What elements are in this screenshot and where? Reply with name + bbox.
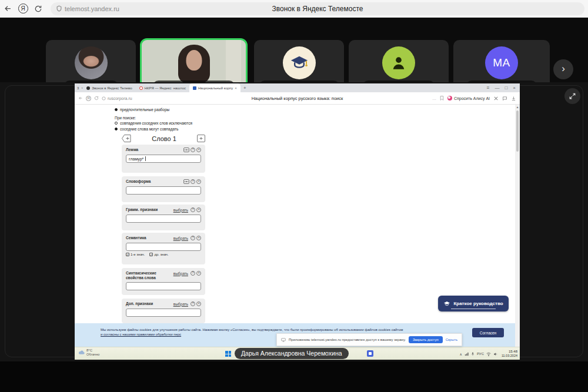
field-card-lemma: Лемма ? × гламур* xyxy=(122,145,205,173)
help-icon[interactable]: ? xyxy=(191,148,195,152)
lemma-input[interactable]: гламур* xyxy=(126,155,201,163)
screen-access-notice: Приложению telemost.yandex.ru предоставл… xyxy=(276,333,462,346)
system-tray[interactable]: ∧ РУС xyxy=(460,347,497,360)
address-bar[interactable]: telemost.yandex.ru Звонок в Яндекс Телем… xyxy=(51,2,584,15)
telemost-favicon xyxy=(86,86,90,90)
avatar xyxy=(283,46,316,79)
more-icon[interactable]: … xyxy=(432,96,436,100)
text-caret xyxy=(145,156,146,161)
clear-icon[interactable]: × xyxy=(196,148,201,152)
tab-telemost[interactable]: Звонок в Яндекс Телемо xyxy=(83,83,136,92)
ruscorpora-favicon xyxy=(193,86,196,90)
hide-notice-link[interactable]: Скрыть xyxy=(446,338,457,341)
notice-text: Приложению telemost.yandex.ru предоставл… xyxy=(289,338,406,341)
refresh-icon[interactable] xyxy=(31,5,46,13)
alice-button[interactable]: Спросить Алису AI xyxy=(447,96,490,100)
tray-chevron-icon[interactable]: ∧ xyxy=(460,352,462,356)
grammar-input[interactable] xyxy=(126,215,201,223)
quick-guide-button[interactable]: Краткое руководство xyxy=(438,296,509,311)
search-options: предпочтительные разборы При поиске: сов… xyxy=(115,107,192,132)
taskbar-weather[interactable]: 8°CОблачно xyxy=(78,349,99,356)
extension-icon[interactable] xyxy=(493,96,499,101)
keyboard-icon[interactable] xyxy=(183,179,189,184)
help-icon[interactable]: ? xyxy=(191,236,195,240)
wordform-input[interactable] xyxy=(126,186,201,195)
scrollbar-thumb[interactable] xyxy=(516,110,519,152)
radio-icon xyxy=(115,128,118,130)
checkbox-first-meaning[interactable]: ✓1-е знач. xyxy=(126,253,145,256)
add-word-right-icon[interactable] xyxy=(197,135,205,142)
graduation-cap-icon xyxy=(289,53,309,73)
tab-counter[interactable]: 3 xyxy=(75,86,81,90)
clear-icon[interactable]: × xyxy=(196,271,201,276)
shared-address-bar: Я ruscorpora.ru Национальный корпус русс… xyxy=(75,92,520,105)
taskbar-clock[interactable]: 15:48 11.03.2024 xyxy=(502,350,517,357)
menu-icon[interactable]: ≡ xyxy=(487,85,490,91)
fullscreen-icon[interactable] xyxy=(564,88,580,104)
radio-option[interactable]: предпочтительные разборы xyxy=(115,107,192,113)
person-icon xyxy=(389,53,409,73)
radio-icon xyxy=(115,122,118,125)
nkrya-favicon xyxy=(139,86,143,90)
field-card-grammar: Грамм. признаки выбрать ? × xyxy=(122,205,205,230)
scrollbar[interactable]: ▲ xyxy=(515,105,520,347)
extra-input[interactable] xyxy=(126,309,201,317)
lock-icon xyxy=(102,96,106,100)
back-icon[interactable] xyxy=(0,4,15,13)
field-card-wordform: Словоформа ? × xyxy=(122,176,205,202)
minimize-icon[interactable]: — xyxy=(495,85,499,91)
close-access-button[interactable]: Закрыть доступ xyxy=(409,336,443,343)
page-title: Звонок в Яндекс Телемосте xyxy=(51,5,584,13)
windows-taskbar: 8°CОблачно Дарья Александровна Черемохин… xyxy=(75,347,520,360)
download-icon[interactable] xyxy=(511,96,516,101)
help-icon[interactable]: ? xyxy=(191,301,195,306)
help-icon[interactable]: ? xyxy=(191,271,195,276)
checkbox-icon: ✓ xyxy=(126,253,129,256)
keyboard-icon[interactable] xyxy=(183,148,189,152)
shared-url[interactable]: ruscorpora.ru xyxy=(108,96,132,100)
taskbar-app-icon[interactable] xyxy=(367,350,373,357)
clear-icon[interactable]: × xyxy=(196,301,201,306)
add-word-left-icon[interactable] xyxy=(122,135,131,142)
maximize-icon[interactable]: □ xyxy=(505,85,507,91)
windows-start-icon[interactable] xyxy=(225,351,231,357)
checkbox-other-meaning[interactable]: ✓др. знач. xyxy=(149,253,168,256)
yandex-browser-icon[interactable]: Я xyxy=(15,4,31,14)
monitor-icon xyxy=(281,338,286,342)
field-card-syntax: Синтаксические свойства слова выбрать ? … xyxy=(122,268,205,295)
radio-option[interactable]: совпадения соседних слов исключаются xyxy=(115,120,192,126)
choose-link[interactable]: выбрать xyxy=(173,208,188,212)
field-card-semantics: Семантика выбрать ? × ✓1-е знач. ✓др. зн… xyxy=(122,233,205,264)
scroll-up-icon[interactable]: ▲ xyxy=(515,105,520,109)
speaker-icon xyxy=(493,352,497,356)
choose-link[interactable]: выбрать xyxy=(173,236,188,240)
cookie-accept-button[interactable]: Согласен xyxy=(472,328,504,337)
mic-tray-icon xyxy=(471,352,475,356)
word-section-header: Слово 1 xyxy=(122,135,205,142)
clear-icon[interactable]: × xyxy=(196,236,201,240)
cloud-icon xyxy=(78,350,85,355)
graduation-cap-icon xyxy=(443,300,450,307)
tab-nkrya-search[interactable]: НКРЯ — Яндекс: нашлос xyxy=(136,83,189,92)
syntax-input[interactable] xyxy=(126,282,201,290)
help-icon[interactable]: ? xyxy=(191,179,195,184)
bookmark-icon[interactable] xyxy=(440,96,444,100)
field-card-extra: Доп. признаки выбрать ? × xyxy=(122,299,205,323)
clear-icon[interactable]: × xyxy=(196,207,201,212)
semantics-input[interactable] xyxy=(126,243,201,251)
bars-icon xyxy=(465,352,469,356)
active-speaker-caption: Дарья Александровна Черемохина xyxy=(235,348,349,359)
next-participants-button[interactable]: › xyxy=(553,59,573,79)
chat-bubble-icon[interactable] xyxy=(502,96,507,101)
screen-share-stage: 3 ˅ Звонок в Яндекс Телемо НКРЯ — Яндекс… xyxy=(0,82,588,361)
language-indicator[interactable]: РУС xyxy=(477,352,484,356)
radio-option[interactable]: соседние слова могут совпадать xyxy=(115,126,192,132)
close-window-icon[interactable]: × xyxy=(513,85,516,91)
close-tab-icon[interactable]: × xyxy=(235,86,237,90)
help-icon[interactable]: ? xyxy=(191,207,195,212)
tab-ruscorpora-active[interactable]: Национальный корпу × xyxy=(189,83,240,92)
choose-link[interactable]: выбрать xyxy=(173,272,188,276)
new-tab-icon[interactable]: + xyxy=(243,85,246,91)
clear-icon[interactable]: × xyxy=(196,179,201,184)
choose-link[interactable]: выбрать xyxy=(173,302,188,306)
